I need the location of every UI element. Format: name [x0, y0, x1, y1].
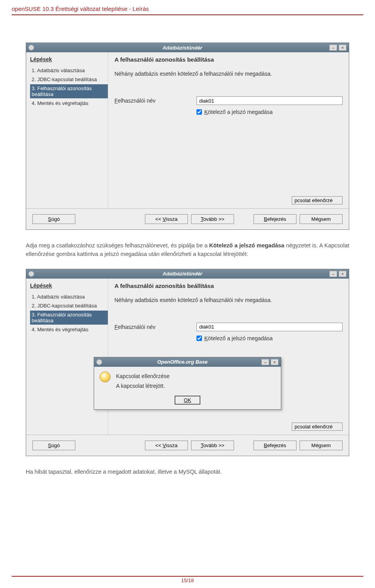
paragraph-2: Ha hibát tapasztal, ellenőrizze a megado…	[26, 468, 349, 476]
content-description: Néhány adatbázis esetén kötelező a felha…	[114, 71, 343, 77]
username-input[interactable]	[196, 96, 343, 105]
dialog-heading: Kapcsolat ellenőrzése	[116, 371, 170, 381]
content-title: A felhasználói azonosítás beállítása	[114, 56, 343, 63]
step2-1[interactable]: 1. Adatbázis választása	[30, 293, 108, 301]
step2-2[interactable]: 2. JDBC-kapcsolat beállítása	[30, 302, 108, 310]
screenshot-2: Adatbázistündér – × Lépések 1. Adatbázis…	[26, 269, 349, 456]
test-connection-button[interactable]: pcsolat ellenőrzé	[292, 196, 343, 204]
step-4[interactable]: 4. Mentés és végrehajtás	[30, 99, 108, 107]
app-icon	[29, 45, 34, 50]
wizard2-button-bar: Súgó << Vissza Tovább >> Befejezés Mégse…	[26, 435, 349, 456]
password-required-label-2: Kötelező a jelszó megadása	[204, 335, 273, 341]
help-button-2[interactable]: Súgó	[32, 441, 75, 450]
dialog-message: A kapcsolat létrejött.	[116, 381, 170, 391]
username-input-2[interactable]	[196, 323, 343, 331]
username-label-2: Felhasználói név	[114, 324, 196, 330]
finish-button[interactable]: Befejezés	[254, 214, 296, 224]
dialog-close-button[interactable]: ×	[271, 359, 279, 365]
step-2[interactable]: 2. JDBC-kapcsolat beállítása	[30, 75, 108, 83]
back-button[interactable]: << Vissza	[145, 214, 188, 224]
dialog-title-bar: OpenOffice.org Base – ×	[94, 357, 281, 367]
close-button[interactable]: ×	[339, 44, 346, 51]
steps-heading-2: Lépések	[30, 282, 108, 289]
screenshot-1: Adatbázistündér – × Lépések 1. Adatbázis…	[26, 43, 349, 230]
next-button-2[interactable]: Tovább >>	[191, 441, 234, 450]
cancel-button[interactable]: Mégsem	[300, 214, 343, 224]
dialog-title: OpenOffice.org Base	[105, 359, 260, 365]
result-dialog: OpenOffice.org Base – × Kapcsolat ellenő…	[94, 357, 281, 410]
content-title-2: A felhasználói azonosítás beállítása	[114, 282, 343, 289]
password-required-label: Kötelező a jelszó megadása	[204, 109, 273, 115]
app-icon-2	[29, 271, 34, 277]
minimize-button[interactable]: –	[329, 44, 337, 51]
cancel-button-2[interactable]: Mégsem	[300, 441, 343, 450]
window-title-2: Adatbázistündér	[37, 271, 328, 277]
help-button[interactable]: Súgó	[32, 214, 75, 224]
wizard2-title-bar: Adatbázistündér – ×	[26, 269, 349, 279]
password-required-checkbox-2[interactable]	[196, 336, 202, 341]
close-button-2[interactable]: ×	[339, 271, 346, 277]
test-connection-button-2[interactable]: pcsolat ellenőrzé	[292, 423, 343, 431]
steps-sidebar-2: Lépések 1. Adatbázis választása 2. JDBC-…	[26, 279, 108, 435]
steps-sidebar: Lépések 1. Adatbázis választása 2. JDBC-…	[26, 52, 108, 208]
finish-button-2[interactable]: Befejezés	[254, 441, 296, 450]
step2-3[interactable]: 3. Felhasználói azonosítás beállítása	[30, 311, 108, 325]
lightbulb-icon	[100, 371, 111, 382]
page-footer: 15/18	[12, 576, 363, 583]
step2-4[interactable]: 4. Mentés és végrehajtás	[30, 325, 108, 334]
username-label: Felhasználói név	[114, 98, 196, 104]
window-title: Adatbázistündér	[37, 45, 328, 51]
dialog-minimize-button[interactable]: –	[261, 359, 269, 365]
paragraph-1: Adja meg a csatlakozáshoz szükséges felh…	[26, 242, 349, 259]
step-1[interactable]: 1. Adatbázis választása	[30, 66, 108, 75]
content-description-2: Néhány adatbázis esetén kötelező a felha…	[114, 297, 343, 303]
ok-button[interactable]: OK	[175, 396, 201, 405]
wizard-title-bar: Adatbázistündér – ×	[26, 43, 349, 52]
next-button[interactable]: Tovább >>	[191, 214, 234, 224]
password-required-checkbox[interactable]	[196, 109, 202, 115]
step-3[interactable]: 3. Felhasználói azonosítás beállítása	[30, 84, 108, 98]
steps-heading: Lépések	[30, 56, 108, 62]
back-button-2[interactable]: << Vissza	[145, 441, 188, 450]
document-header: openSUSE 10.3 Érettségi változat telepít…	[12, 4, 363, 15]
wizard-button-bar: Súgó << Vissza Tovább >> Befejezés Mégse…	[26, 209, 349, 229]
dialog-app-icon	[96, 359, 102, 365]
minimize-button-2[interactable]: –	[329, 271, 337, 277]
